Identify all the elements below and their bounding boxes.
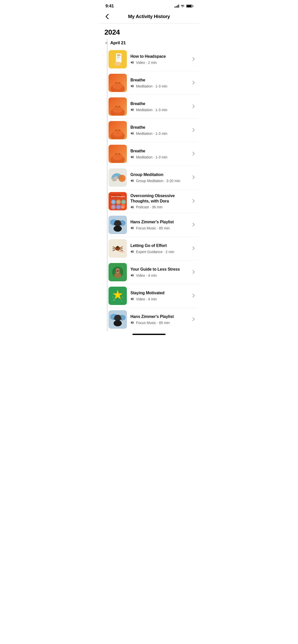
- activity-type: Meditation · 1-3 min: [136, 131, 167, 136]
- sound-icon: [130, 297, 134, 301]
- activity-item[interactable]: Hans Zimmer's Playlist Focus Music · 85 …: [109, 308, 199, 331]
- svg-point-85: [113, 297, 113, 298]
- activity-meta: Focus Music · 85 min: [130, 226, 189, 230]
- date-label: April 21: [110, 40, 126, 46]
- chevron-right-icon: [193, 223, 195, 227]
- svg-point-35: [113, 153, 123, 160]
- svg-text:Dear Headspace: Dear Headspace: [111, 196, 125, 198]
- activity-info: Group Meditation Group Meditation · 3-20…: [130, 172, 189, 183]
- back-button[interactable]: [104, 13, 110, 21]
- svg-point-91: [114, 320, 122, 326]
- activity-title: Hans Zimmer's Playlist: [130, 314, 189, 319]
- activity-thumbnail: [109, 97, 127, 116]
- date-row: April 21: [104, 39, 199, 48]
- activity-title: Breathe: [130, 78, 189, 83]
- activity-thumbnail: [109, 287, 127, 305]
- activity-type: Meditation · 1-3 min: [136, 108, 167, 112]
- svg-point-15: [115, 82, 117, 84]
- activity-title: Your Guide to Less Stress: [130, 267, 189, 272]
- sound-icon: [130, 226, 134, 230]
- battery-icon: [186, 5, 193, 8]
- activity-meta: Expert Guidance · 2 min: [130, 250, 189, 254]
- year-label: 2024: [99, 24, 199, 39]
- svg-point-49: [117, 200, 120, 204]
- activity-item[interactable]: Group Meditation Group Meditation · 3-20…: [109, 166, 199, 189]
- activity-item[interactable]: Your Guide to Less Stress Video · 4 min: [109, 260, 199, 284]
- svg-point-40: [118, 175, 126, 182]
- activity-title: Overcoming Obsessive Thoughts, with Dora: [130, 193, 189, 204]
- activity-type: Expert Guidance · 2 min: [136, 250, 174, 254]
- activity-info: Breathe Meditation · 1-3 min: [130, 149, 189, 159]
- svg-point-83: [113, 300, 114, 301]
- svg-point-22: [115, 106, 117, 107]
- chevron-right-icon: [193, 294, 195, 298]
- activity-title: Hans Zimmer's Playlist: [130, 219, 189, 225]
- sound-icon: [130, 206, 134, 209]
- activity-thumbnail: [109, 121, 127, 139]
- activity-info: Overcoming Obsessive Thoughts, with Dora…: [130, 193, 189, 209]
- svg-rect-63: [114, 223, 115, 225]
- page-header: My Activity History: [99, 11, 199, 23]
- activity-item[interactable]: Hans Zimmer's Playlist Focus Music · 85 …: [109, 213, 199, 237]
- activity-item[interactable]: Breathe Meditation · 1-3 min: [109, 119, 199, 142]
- activity-item[interactable]: Letting Go of Effort Expert Guidance · 2…: [109, 237, 199, 260]
- activity-title: Staying Motivated: [130, 290, 189, 296]
- activity-meta: Meditation · 1-3 min: [130, 155, 189, 159]
- svg-rect-93: [120, 318, 121, 320]
- svg-rect-64: [120, 223, 121, 225]
- svg-point-23: [118, 106, 120, 107]
- activity-info: Breathe Meditation · 1-3 min: [130, 78, 189, 88]
- wifi-icon: [181, 5, 185, 8]
- activity-thumbnail: [109, 50, 127, 68]
- sound-icon: [130, 250, 134, 253]
- activity-title: Breathe: [130, 149, 189, 154]
- date-dot: [105, 42, 108, 44]
- activity-thumbnail: [109, 145, 127, 163]
- activity-type: Meditation · 1-3 min: [136, 155, 167, 159]
- sound-icon: [130, 155, 134, 159]
- activity-info: Staying Motivated Video · 4 min: [130, 290, 189, 301]
- chevron-right-icon: [193, 128, 195, 133]
- activity-type: Video · 4 min: [136, 297, 157, 301]
- activity-info: Your Guide to Less Stress Video · 4 min: [130, 267, 189, 277]
- svg-point-42: [114, 176, 118, 179]
- activity-title: Breathe: [130, 101, 189, 107]
- activity-item[interactable]: Breathe Meditation · 1-3 min: [109, 142, 199, 166]
- activity-item[interactable]: How to Headspace Video · 2 min: [109, 48, 199, 71]
- chevron-right-icon: [193, 317, 195, 322]
- chevron-right-icon: [193, 105, 195, 109]
- sound-icon: [130, 274, 134, 277]
- sound-icon: [130, 84, 134, 88]
- svg-point-31: [117, 131, 118, 132]
- activity-type: Video · 4 min: [136, 273, 157, 277]
- activity-meta: Group Meditation · 3-20 min: [130, 179, 189, 183]
- svg-point-84: [121, 301, 122, 301]
- svg-point-53: [112, 205, 115, 209]
- svg-point-86: [122, 297, 123, 298]
- activity-info: How to Headspace Video · 2 min: [130, 54, 189, 65]
- activity-info: Hans Zimmer's Playlist Focus Music · 85 …: [130, 219, 189, 230]
- chevron-right-icon: [193, 199, 195, 203]
- svg-point-24: [117, 108, 118, 108]
- chevron-right-icon: [193, 152, 195, 156]
- activity-item[interactable]: Dear Headspace hs Overcoming Obsessive T…: [109, 189, 199, 213]
- home-indicator: [132, 334, 166, 335]
- activity-meta: Podcast · 36 min: [130, 205, 189, 209]
- activity-meta: Video · 4 min: [130, 273, 189, 277]
- sound-icon: [130, 61, 134, 64]
- svg-point-28: [113, 129, 123, 137]
- activity-item[interactable]: Staying Motivated Video · 4 min: [109, 284, 199, 308]
- svg-point-36: [115, 153, 117, 155]
- svg-point-62: [114, 226, 122, 232]
- svg-rect-9: [117, 62, 118, 65]
- svg-point-21: [113, 106, 123, 113]
- activity-title: Breathe: [130, 125, 189, 130]
- chevron-right-icon: [193, 57, 195, 62]
- page-title: My Activity History: [128, 14, 170, 19]
- chevron-right-icon: [193, 270, 195, 274]
- activity-meta: Video · 2 min: [130, 61, 189, 65]
- activity-item[interactable]: Breathe Meditation · 1-3 min: [109, 95, 199, 119]
- activity-meta: Focus Music · 85 min: [130, 321, 189, 325]
- svg-point-30: [118, 129, 120, 131]
- activity-item[interactable]: Breathe Meditation · 1-3 min: [109, 71, 199, 95]
